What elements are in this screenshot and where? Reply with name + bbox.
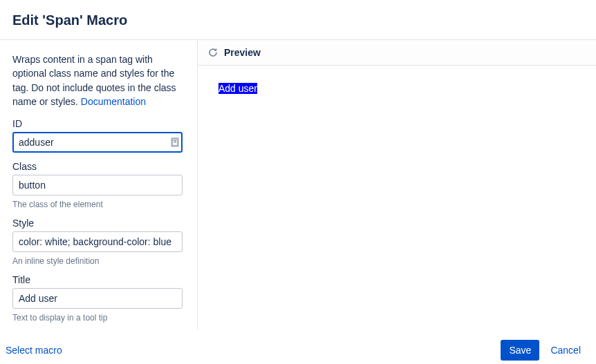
dialog-header: Edit 'Span' Macro — [0, 0, 596, 39]
autofill-icon — [171, 137, 179, 147]
field-title-input[interactable] — [12, 288, 183, 309]
field-title-group: Title Text to display in a tool tip — [12, 274, 185, 323]
field-style-hint: An inline style definition — [12, 256, 185, 266]
preview-header: Preview — [198, 40, 596, 66]
dialog-title: Edit 'Span' Macro — [12, 12, 584, 28]
field-title-hint: Text to display in a tool tip — [12, 313, 185, 323]
save-button[interactable]: Save — [501, 340, 539, 361]
field-style-label: Style — [12, 218, 185, 229]
field-class-input[interactable] — [12, 175, 183, 195]
select-macro-link[interactable]: Select macro — [6, 345, 62, 356]
documentation-link[interactable]: Documentation — [81, 96, 146, 107]
field-style-group: Style An inline style definition — [12, 218, 185, 266]
refresh-icon — [207, 47, 218, 58]
field-class-group: Class The class of the element — [12, 161, 185, 209]
field-id-label: ID — [12, 118, 185, 129]
preview-title: Preview — [224, 47, 261, 58]
field-id-input[interactable] — [12, 132, 183, 153]
macro-description: Wraps content in a span tag with optiona… — [12, 52, 185, 108]
config-panel: Wraps content in a span tag with optiona… — [0, 40, 198, 329]
field-class-label: Class — [12, 161, 185, 172]
svg-rect-1 — [174, 140, 176, 141]
field-title-label: Title — [12, 274, 185, 285]
preview-panel: Preview Add user — [198, 40, 596, 329]
field-class-hint: The class of the element — [12, 200, 185, 209]
field-id-group: ID — [12, 118, 185, 153]
preview-span-output: Add user — [218, 83, 257, 94]
field-id-input-wrapper — [12, 132, 185, 153]
field-style-input[interactable] — [12, 231, 183, 252]
dialog-footer: Select macro Save Cancel — [0, 329, 596, 364]
dialog-body: Wraps content in a span tag with optiona… — [0, 39, 596, 329]
svg-rect-2 — [174, 142, 176, 142]
preview-body: Add user — [198, 66, 596, 111]
cancel-button[interactable]: Cancel — [548, 340, 584, 361]
